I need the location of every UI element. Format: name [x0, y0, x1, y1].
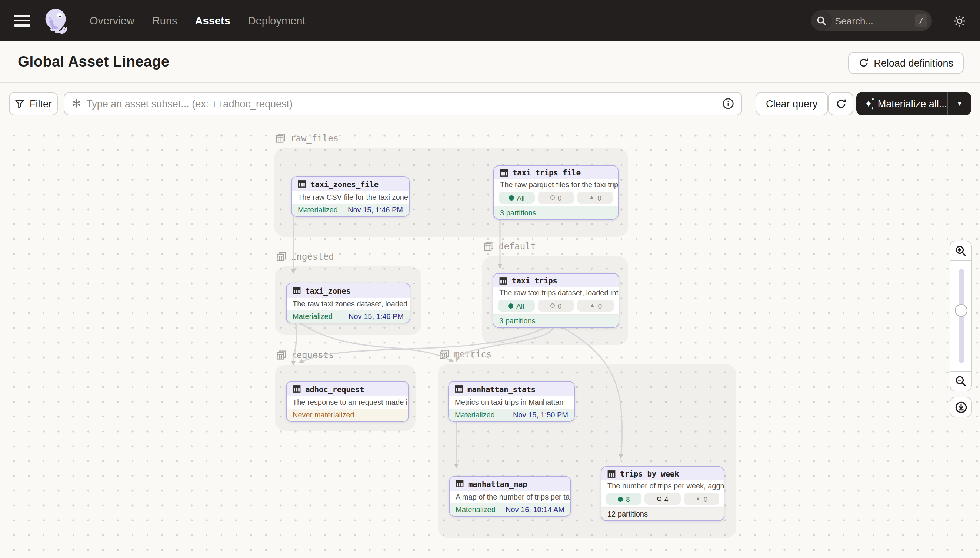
- status-label: Materialized: [293, 312, 333, 320]
- table-icon: [298, 180, 306, 188]
- refresh-graph-button[interactable]: [828, 92, 853, 115]
- reload-definitions-button[interactable]: Reload definitions: [848, 52, 964, 74]
- nav-item-runs[interactable]: Runs: [152, 15, 178, 27]
- asset-description: The response to an request made in th...: [287, 396, 408, 409]
- status-timestamp[interactable]: Nov 16, 10:14 AM: [506, 505, 565, 514]
- asset-name: taxi_zones: [305, 286, 350, 295]
- asset-name: taxi_trips: [512, 276, 557, 285]
- zoom-slider-handle[interactable]: [955, 304, 967, 317]
- nav-item-assets[interactable]: Assets: [195, 15, 231, 27]
- asset-status-row: Materialized Nov 16, 10:14 AM: [450, 503, 570, 516]
- menu-icon[interactable]: [14, 15, 30, 27]
- asset-node-header: adhoc_request: [287, 382, 408, 396]
- table-icon: [293, 385, 301, 393]
- search-shortcut-key: /: [915, 14, 927, 27]
- asset-node-adhoc-request[interactable]: adhoc_request The response to an request…: [286, 381, 409, 422]
- asset-name: manhattan_stats: [468, 384, 535, 393]
- asset-name: adhoc_request: [305, 384, 364, 393]
- partitions-failed-pill[interactable]: ▲0: [684, 493, 719, 505]
- success-dot-icon: [509, 195, 514, 200]
- asset-node-header: trips_by_week: [601, 467, 724, 480]
- filter-button[interactable]: Filter: [9, 92, 58, 115]
- partitions-count: 12 partitions: [601, 507, 724, 520]
- asset-name: taxi_zones_file: [310, 179, 379, 188]
- lineage-toolbar: Filter ✻ Clear query ✦✦✦ Materialize all…: [0, 83, 980, 123]
- status-timestamp[interactable]: Nov 15, 1:46 PM: [349, 312, 404, 320]
- asset-description: The raw taxi zones dataset, loaded int..…: [287, 297, 410, 310]
- table-icon: [500, 168, 508, 177]
- zoom-in-button[interactable]: [950, 241, 972, 261]
- asset-status-row: Materialized Nov 15, 1:46 PM: [292, 204, 409, 216]
- nav-item-deployment[interactable]: Deployment: [248, 15, 306, 27]
- op-selector-icon: ✻: [72, 97, 81, 110]
- partition-health-row: All 0 ▲0: [494, 190, 618, 206]
- partition-health-row: All 0 ▲0: [493, 298, 619, 314]
- asset-node-taxi-zones[interactable]: taxi_zones The raw taxi zones dataset, l…: [286, 283, 410, 323]
- table-icon: [499, 276, 507, 284]
- sparkle-icon: ✦✦✦: [865, 99, 873, 108]
- nav-links: Overview Runs Assets Deployment: [90, 15, 305, 27]
- status-label: Never materialized: [293, 411, 354, 419]
- zoom-slider[interactable]: [950, 261, 972, 371]
- table-icon: [456, 479, 464, 488]
- search-icon: [811, 10, 832, 31]
- nav-right: /: [811, 10, 980, 31]
- partitions-success-pill[interactable]: All: [499, 192, 535, 204]
- dagster-app: Overview Runs Assets Deployment /: [0, 0, 980, 558]
- funnel-icon: [15, 99, 25, 108]
- nav-item-overview[interactable]: Overview: [90, 15, 135, 27]
- asset-description: Metrics on taxi trips in Manhattan: [449, 396, 574, 409]
- partitions-count: 3 partitions: [493, 314, 619, 327]
- partitions-success-pill[interactable]: 8: [606, 493, 642, 505]
- asset-description: The raw parquet files for the taxi trips…: [494, 179, 618, 190]
- partitions-failed-pill[interactable]: ▲0: [577, 192, 613, 204]
- asset-node-trips-by-week[interactable]: trips_by_week The number of trips per we…: [601, 466, 725, 521]
- materialize-all-button[interactable]: ✦✦✦ Materialize all... ▼: [856, 92, 971, 115]
- asset-query-field: ✻: [64, 92, 742, 115]
- asset-node-taxi-trips[interactable]: taxi_trips The raw taxi trips dataset, l…: [492, 273, 619, 328]
- table-icon: [455, 385, 463, 393]
- asset-name: taxi_trips_file: [512, 168, 581, 177]
- asset-node-manhattan-stats[interactable]: manhattan_stats Metrics on taxi trips in…: [448, 381, 575, 422]
- lineage-canvas[interactable]: raw_files ingested default requests metr…: [0, 123, 980, 558]
- missing-ring-icon: [657, 497, 662, 501]
- status-timestamp[interactable]: Nov 15, 1:46 PM: [348, 206, 403, 214]
- search-input[interactable]: [835, 15, 903, 26]
- status-label: Materialized: [456, 505, 496, 514]
- refresh-icon: [835, 98, 846, 109]
- zoom-controls: [950, 241, 972, 417]
- status-timestamp[interactable]: Nov 15, 1:50 PM: [513, 411, 568, 419]
- asset-node-taxi-zones-file[interactable]: taxi_zones_file The raw CSV file for the…: [291, 176, 410, 217]
- download-icon: [954, 401, 967, 413]
- dagster-logo-icon[interactable]: [42, 6, 70, 36]
- partitions-failed-pill[interactable]: ▲0: [577, 300, 614, 312]
- asset-node-header: manhattan_map: [450, 477, 570, 491]
- partitions-missing-pill[interactable]: 0: [537, 300, 574, 312]
- global-search[interactable]: /: [811, 10, 932, 31]
- zoom-in-icon: [955, 245, 967, 257]
- table-icon: [608, 469, 616, 478]
- asset-query-input[interactable]: [86, 98, 722, 109]
- settings-gear-icon[interactable]: [950, 11, 969, 30]
- partitions-count: 3 partitions: [494, 206, 618, 219]
- asset-node-header: taxi_zones: [287, 284, 410, 297]
- asset-node-taxi-trips-file[interactable]: taxi_trips_file The raw parquet files fo…: [493, 165, 619, 220]
- clear-query-button[interactable]: Clear query: [756, 92, 828, 115]
- materialize-dropdown-caret[interactable]: ▼: [947, 92, 971, 115]
- partitions-missing-pill[interactable]: 4: [645, 493, 681, 505]
- partitions-missing-pill[interactable]: 0: [538, 192, 574, 204]
- failed-triangle-icon: ▲: [589, 195, 595, 200]
- asset-description: A map of the number of trips per taxi z.…: [450, 491, 570, 503]
- asset-node-manhattan-map[interactable]: manhattan_map A map of the number of tri…: [449, 476, 571, 517]
- asset-node-header: taxi_trips: [493, 274, 619, 287]
- page-header: Global Asset Lineage Reload definitions: [0, 41, 980, 83]
- partitions-success-pill[interactable]: All: [498, 300, 534, 312]
- info-icon[interactable]: [722, 98, 734, 110]
- zoom-out-icon: [955, 375, 967, 387]
- asset-description: The number of trips per week, aggreg...: [601, 480, 724, 491]
- zoom-out-button[interactable]: [950, 371, 972, 392]
- status-label: Materialized: [298, 206, 338, 214]
- failed-triangle-icon: ▲: [695, 496, 701, 502]
- download-image-button[interactable]: [950, 397, 972, 417]
- asset-status-row: Never materialized: [287, 409, 408, 421]
